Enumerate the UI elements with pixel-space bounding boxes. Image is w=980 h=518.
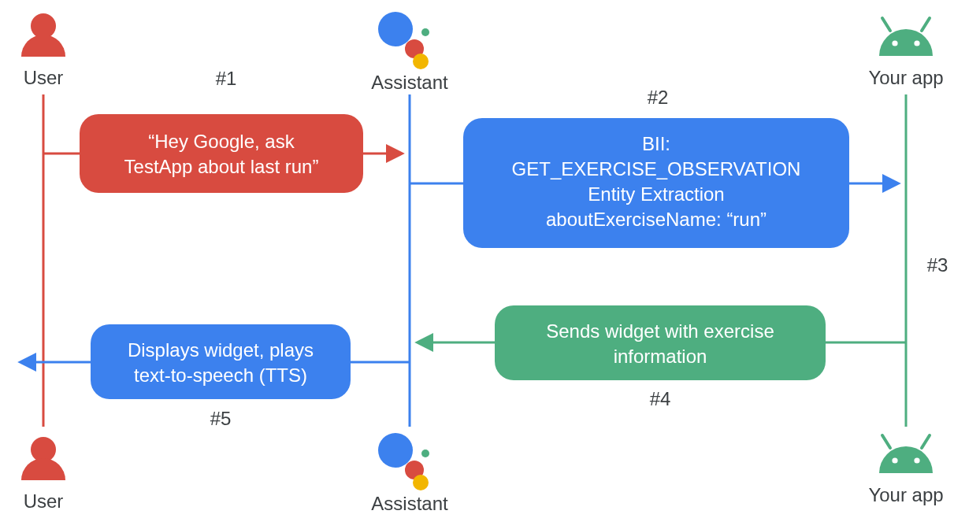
box-1-line-2: TestApp about last run” <box>124 156 319 177</box>
svg-line-5 <box>882 18 890 31</box>
box-5-line-1: Displays widget, plays <box>128 339 314 361</box>
svg-point-1 <box>378 12 413 46</box>
svg-line-23 <box>922 435 930 448</box>
step-5-label: #5 <box>210 408 232 429</box>
app-bottom: Your app <box>868 435 943 505</box>
box-2: BII:GET_EXERCISE_OBSERVATIONEntity Extra… <box>463 118 849 248</box>
svg-point-21 <box>413 475 429 490</box>
user-top: User <box>21 13 65 88</box>
svg-rect-13 <box>495 305 826 380</box>
user-top-label: User <box>24 67 64 88</box>
svg-point-18 <box>378 433 413 468</box>
svg-line-6 <box>922 18 930 31</box>
step-4-label: #4 <box>650 388 671 409</box>
box-2-line-4: aboutExerciseName: “run” <box>546 209 767 230</box>
step-1-label: #1 <box>216 68 237 89</box>
assistant-top: Assistant <box>371 12 448 93</box>
assistant-icon <box>378 12 429 69</box>
user-icon <box>21 13 65 57</box>
svg-point-25 <box>914 457 919 463</box>
sequence-diagram: User Assistant Your app #1 “Hey Google, … <box>0 0 980 518</box>
svg-point-3 <box>421 28 429 36</box>
android-icon <box>879 18 933 56</box>
app-top: Your app <box>868 18 943 88</box>
assistant-icon <box>378 433 429 490</box>
box-4: Sends widget with exerciseinformation <box>495 305 826 380</box>
svg-point-7 <box>892 40 897 46</box>
android-icon <box>879 435 933 473</box>
svg-point-4 <box>413 54 429 69</box>
box-2-line-3: Entity Extraction <box>588 183 724 205</box>
user-bottom-label: User <box>24 490 64 512</box>
user-icon <box>21 437 65 480</box>
assistant-bottom-label: Assistant <box>371 493 448 514</box>
box-2-line-1: BII: <box>642 133 670 154</box>
box-4-line-1: Sends widget with exercise <box>546 320 774 342</box>
box-1-line-1: “Hey Google, ask <box>148 131 295 152</box>
svg-rect-9 <box>80 114 363 193</box>
svg-point-20 <box>421 450 429 457</box>
svg-line-22 <box>882 435 890 448</box>
user-bottom: User <box>21 437 65 512</box>
svg-point-24 <box>892 457 897 463</box>
app-bottom-label: Your app <box>868 484 943 505</box>
step-2-label: #2 <box>648 87 669 108</box>
assistant-bottom: Assistant <box>371 433 448 514</box>
box-1: “Hey Google, askTestApp about last run” <box>80 114 363 193</box>
svg-rect-15 <box>91 324 351 399</box>
assistant-top-label: Assistant <box>371 72 448 93</box>
box-5: Displays widget, playstext-to-speech (TT… <box>91 324 351 399</box>
box-4-line-2: information <box>614 346 707 367</box>
box-2-line-2: GET_EXERCISE_OBSERVATION <box>512 158 801 179</box>
step-3-label: #3 <box>927 254 948 276</box>
app-top-label: Your app <box>868 67 943 88</box>
svg-point-8 <box>914 40 919 46</box>
box-5-line-2: text-to-speech (TTS) <box>134 364 307 386</box>
